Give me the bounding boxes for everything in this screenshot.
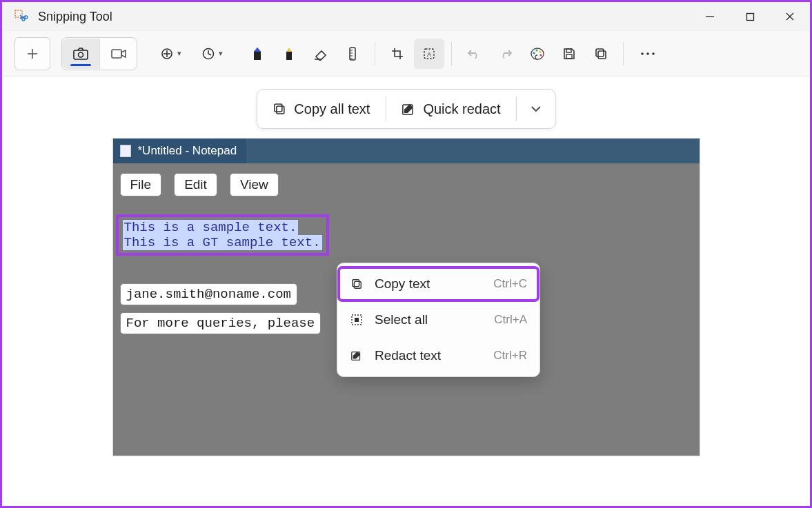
undo-button[interactable] [459, 39, 489, 69]
ruler-tool-button[interactable] [337, 39, 368, 69]
svg-rect-48 [355, 318, 359, 322]
notepad-titlebar: *Untitled - Notepad [113, 139, 700, 163]
svg-point-13 [79, 52, 83, 57]
edit-in-paint-button[interactable] [522, 39, 553, 69]
svg-point-40 [646, 52, 649, 55]
quick-redact-label: Quick redact [423, 101, 500, 117]
redo-button[interactable] [491, 39, 521, 69]
delay-dropdown[interactable]: ▾ [197, 39, 227, 69]
context-redact-label: Redact text [375, 348, 441, 363]
context-select-all-label: Select all [375, 312, 428, 327]
crop-tool-button[interactable] [382, 39, 413, 69]
notepad-tab-title: *Untitled - Notepad [138, 144, 237, 158]
svg-rect-6 [746, 13, 753, 20]
svg-rect-45 [354, 281, 361, 288]
editor-canvas-area: Copy all text Quick redact *Untitled - N… [2, 77, 810, 506]
svg-rect-38 [596, 49, 604, 57]
ocr-line-email: jane.smith@noname.com [120, 283, 297, 305]
notepad-menu-file: File [120, 173, 162, 196]
highlighter-tool-button[interactable] [274, 39, 304, 69]
svg-point-41 [652, 52, 655, 55]
capture-mode-group [61, 37, 137, 70]
snipping-tool-icon [14, 10, 28, 23]
context-copy-text[interactable]: Copy text Ctrl+C [337, 266, 539, 302]
svg-rect-46 [353, 280, 359, 287]
window-titlebar: Snipping Tool [2, 2, 810, 31]
toolbar-separator [623, 42, 624, 65]
context-copy-label: Copy text [375, 276, 430, 292]
context-redact-text[interactable]: Redact text Ctrl+R [337, 338, 539, 374]
ocr-line-more: For more queries, please [120, 312, 321, 334]
chevron-down-icon: ▾ [177, 49, 181, 58]
ocr-selection-highlight[interactable]: This is a sample text. This is a GT samp… [116, 214, 329, 256]
more-options-button[interactable] [631, 39, 665, 69]
ocr-line-1: This is a sample text. [123, 220, 299, 235]
svg-rect-37 [598, 51, 606, 59]
redact-icon [401, 102, 415, 116]
svg-point-32 [535, 49, 537, 51]
svg-point-39 [641, 52, 644, 55]
svg-text:A: A [427, 51, 431, 58]
select-all-icon [350, 314, 364, 326]
app-title: Snipping Tool [38, 10, 112, 24]
quick-redact-button[interactable]: Quick redact [386, 90, 515, 128]
svg-rect-36 [566, 54, 572, 59]
context-copy-shortcut: Ctrl+C [493, 277, 527, 291]
close-button[interactable] [770, 2, 810, 31]
text-actions-dropdown[interactable] [517, 90, 555, 128]
copy-button[interactable] [586, 39, 616, 69]
copy-all-text-button[interactable]: Copy all text [257, 90, 385, 128]
text-actions-button[interactable]: A [414, 39, 444, 69]
toolbar-separator [451, 42, 452, 65]
video-mode-button[interactable] [99, 39, 137, 69]
svg-point-31 [533, 52, 535, 54]
copy-all-text-label: Copy all text [294, 101, 370, 117]
chevron-down-icon: ▾ [219, 49, 223, 58]
active-mode-indicator [70, 64, 91, 66]
notepad-menu-view: View [230, 173, 279, 196]
notepad-menu: File Edit View [113, 163, 700, 206]
copy-icon [272, 102, 286, 116]
svg-rect-23 [350, 48, 355, 60]
minimize-button[interactable] [690, 2, 730, 31]
main-toolbar: ▾ ▾ A [2, 31, 810, 77]
text-context-menu: Copy text Ctrl+C Select all Ctrl+A Redac… [337, 263, 540, 377]
redact-icon [350, 349, 364, 362]
notepad-tab: *Untitled - Notepad [113, 139, 247, 163]
toolbar-separator [375, 42, 375, 65]
svg-line-20 [208, 54, 211, 55]
context-select-all-shortcut: Ctrl+A [494, 313, 527, 327]
ocr-line-2: This is a GT sample text. [123, 235, 322, 250]
camera-mode-button[interactable] [62, 39, 99, 69]
snip-shape-dropdown[interactable]: ▾ [155, 39, 186, 69]
eraser-tool-button[interactable] [306, 39, 336, 69]
svg-rect-12 [74, 50, 88, 59]
maximize-button[interactable] [730, 2, 770, 31]
copy-icon [350, 278, 364, 290]
notepad-menu-edit: Edit [174, 173, 217, 196]
pen-tool-button[interactable] [242, 39, 273, 69]
new-snip-button[interactable] [14, 37, 50, 70]
context-select-all[interactable]: Select all Ctrl+A [337, 302, 539, 338]
svg-rect-21 [286, 52, 292, 60]
svg-point-34 [539, 54, 542, 56]
svg-rect-42 [276, 106, 284, 114]
document-icon [120, 145, 131, 157]
svg-rect-14 [112, 50, 121, 58]
text-actions-bar: Copy all text Quick redact [256, 89, 555, 129]
save-button[interactable] [554, 39, 584, 69]
svg-point-33 [539, 50, 541, 52]
svg-rect-43 [274, 104, 281, 112]
context-redact-shortcut: Ctrl+R [493, 349, 527, 363]
